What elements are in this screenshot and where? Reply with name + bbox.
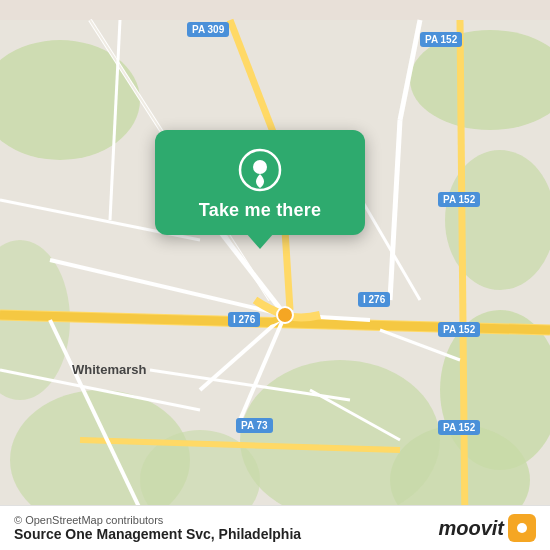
route-badge-i276-2: I 276: [358, 292, 390, 307]
svg-point-6: [240, 360, 440, 520]
svg-point-35: [253, 160, 267, 174]
osm-attribution: © OpenStreetMap contributors: [14, 514, 301, 526]
route-badge-pa152-2: PA 152: [438, 192, 480, 207]
route-badge-pa152-4: PA 152: [438, 420, 480, 435]
take-me-there-button[interactable]: Take me there: [199, 200, 321, 221]
route-badge-i276-1: I 276: [228, 312, 260, 327]
bottom-bar: © OpenStreetMap contributors Source One …: [0, 505, 550, 550]
popup-card[interactable]: Take me there: [155, 130, 365, 235]
moovit-logo: moovit: [438, 514, 536, 542]
moovit-dot-inner: [517, 523, 527, 533]
svg-point-33: [277, 307, 293, 323]
route-badge-pa73: PA 73: [236, 418, 273, 433]
location-pin-icon: [238, 148, 282, 192]
svg-line-17: [460, 20, 465, 530]
moovit-dot-icon: [508, 514, 536, 542]
place-label-whitemarsh: Whitemarsh: [72, 362, 146, 377]
location-title: Source One Management Svc, Philadelphia: [14, 526, 301, 542]
moovit-text: moovit: [438, 517, 504, 540]
route-badge-pa309: PA 309: [187, 22, 229, 37]
route-badge-pa152-1: PA 152: [420, 32, 462, 47]
bottom-info: © OpenStreetMap contributors Source One …: [14, 514, 301, 542]
map-container: PA 309 PA 152 PA 152 PA 152 PA 152 I 276…: [0, 0, 550, 550]
route-badge-pa152-3: PA 152: [438, 322, 480, 337]
